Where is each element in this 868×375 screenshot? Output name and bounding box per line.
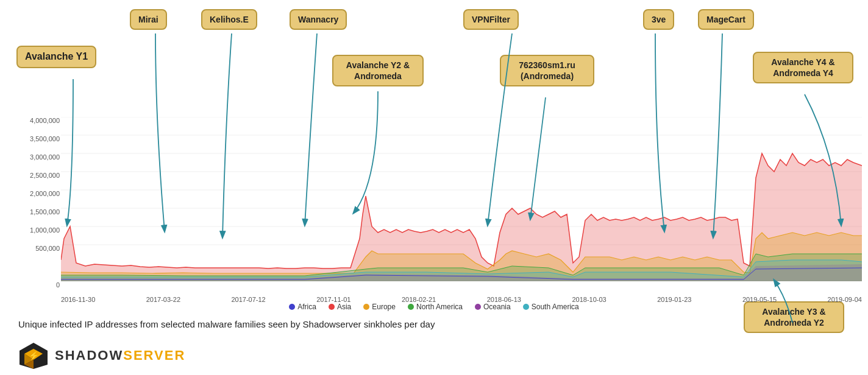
- annotation-avalanche-y1: Avalanche Y1: [16, 46, 96, 68]
- legend-dot-asia: [329, 304, 335, 310]
- y-label-0: 0: [34, 281, 60, 289]
- y-label-25m: 2,500,000: [18, 172, 60, 179]
- legend-dot-oceania: [475, 304, 481, 310]
- legend-dot-south-america: [523, 304, 529, 310]
- legend-label-europe: Europe: [372, 303, 396, 311]
- y-label-35m: 3,500,000: [18, 135, 60, 142]
- logo-area: ⚡ SHADOWSERVER: [18, 342, 185, 369]
- chart-caption: Unique infected IP addresses from select…: [18, 319, 435, 329]
- svg-text:⚡: ⚡: [29, 351, 40, 361]
- legend-africa: Africa: [289, 303, 316, 311]
- legend-label-south-america: South America: [532, 303, 579, 311]
- legend-europe: Europe: [363, 303, 396, 311]
- legend-label-africa: Africa: [297, 303, 316, 311]
- y-label-4m: 4,000,000: [18, 117, 60, 124]
- annotation-wannacry: Wannacry: [290, 9, 347, 30]
- logo-text: SHADOWSERVER: [55, 348, 185, 363]
- legend-label-oceania: Oceania: [483, 303, 511, 311]
- annotation-762360sm1: 762360sm1.ru(Andromeda): [500, 55, 594, 86]
- annotation-kelihos: Kelihos.E: [201, 9, 257, 30]
- legend-asia: Asia: [329, 303, 351, 311]
- logo-server-text: SERVER: [123, 348, 185, 363]
- legend-dot-north-america: [408, 304, 414, 310]
- legend-dot-africa: [289, 304, 295, 310]
- logo-shadow-text: SHADOW: [55, 348, 123, 363]
- legend-label-north-america: North America: [416, 303, 463, 311]
- legend-dot-europe: [363, 304, 369, 310]
- annotation-avalanche-y2: Avalanche Y2 &Andromeda: [332, 55, 424, 86]
- legend-oceania: Oceania: [475, 303, 511, 311]
- annotation-magecart: MageCart: [698, 9, 754, 30]
- legend-label-asia: Asia: [337, 303, 351, 311]
- y-label-500k: 500,000: [18, 245, 60, 252]
- legend-south-america: South America: [523, 303, 579, 311]
- chart-svg: [61, 117, 862, 281]
- annotation-3ve: 3ve: [643, 9, 674, 30]
- annotation-vpnfilter: VPNFilter: [463, 9, 519, 30]
- shadowserver-logo-icon: ⚡: [18, 342, 49, 369]
- y-label-2m: 2,000,000: [18, 190, 60, 197]
- y-label-1m: 1,000,000: [18, 226, 60, 234]
- annotation-avalanche-y4: Avalanche Y4 &Andromeda Y4: [753, 52, 853, 83]
- legend-north-america: North America: [408, 303, 463, 311]
- y-label-15m: 1,500,000: [18, 208, 60, 216]
- annotation-mirai: Mirai: [130, 9, 167, 30]
- y-label-3m: 3,000,000: [18, 153, 60, 161]
- chart-legend: Africa Asia Europe North America Oceania…: [0, 303, 868, 311]
